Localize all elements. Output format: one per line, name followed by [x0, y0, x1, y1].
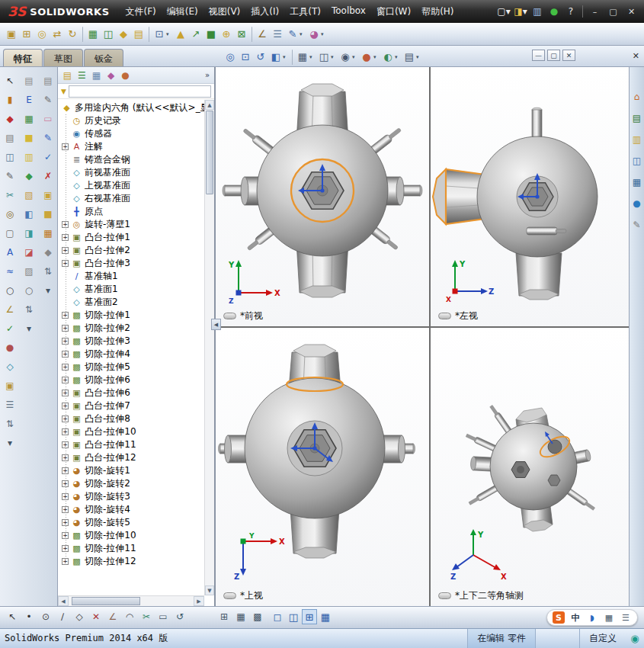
document-icon[interactable]: ▤ [40, 73, 56, 88]
resources-icon[interactable]: ▤ [630, 111, 644, 125]
tree-item[interactable]: ╋ 原点 [59, 205, 204, 218]
keyboard-icon[interactable]: ▦ [603, 611, 615, 624]
blue-half-icon[interactable]: ◧ [21, 207, 37, 222]
linear-pattern-icon[interactable]: ▦ [85, 25, 101, 43]
dimxpertmanager-tab-icon[interactable]: ◆ [104, 69, 118, 82]
gray-hatch-icon[interactable]: ▨ [21, 264, 37, 279]
ime-tools-icon[interactable]: ☰ [620, 611, 632, 624]
menu-item[interactable]: 文件(F) [120, 2, 162, 22]
teal-half-icon[interactable]: ◨ [21, 226, 37, 241]
tree-item[interactable]: + ▣ 凸台-拉伸1 [59, 231, 204, 244]
tree-item[interactable]: + ▣ 凸台-拉伸2 [59, 244, 204, 257]
tree-item[interactable]: ◇ 前视基准面 [59, 166, 204, 179]
separator[interactable] [252, 27, 252, 42]
offset-icon[interactable]: ▢ [2, 226, 18, 241]
rotate-component-icon[interactable]: ↻ [65, 25, 80, 43]
tree-expander[interactable]: + [62, 403, 69, 409]
pattern-icon[interactable]: ▩ [250, 609, 265, 624]
tree-item[interactable]: ◇ 右视基准面 [59, 192, 204, 205]
tree-expander[interactable]: + [62, 493, 69, 500]
tree-expander[interactable]: + [62, 532, 69, 539]
edit-appearance-icon[interactable]: ● ▾ [359, 48, 380, 66]
assembly-features-icon[interactable]: ▤ [131, 25, 146, 43]
instant-3d-icon[interactable]: ▲ [173, 25, 188, 43]
scroll-down-button[interactable]: ▼ [205, 585, 214, 595]
tree-item[interactable]: + ▣ 凸台-拉伸3 [59, 257, 204, 270]
panel-overflow-button[interactable]: » [205, 71, 212, 79]
pencil-icon[interactable]: ✎ [2, 168, 18, 184]
mirror-components-icon[interactable]: ◫ [101, 25, 116, 43]
scroll-icon[interactable]: ⇅ [2, 416, 18, 431]
arc-icon[interactable]: ◠ [122, 609, 137, 624]
display-style-icon[interactable]: ◫ ▾ [316, 48, 338, 66]
angle-icon[interactable]: ∠ [105, 609, 120, 624]
tree-item[interactable]: + A 注解 [59, 140, 204, 153]
snap-grid-icon[interactable]: ⊞ [216, 609, 232, 624]
annotation-pencil-icon[interactable]: ✎ [40, 92, 56, 107]
more-tools-icon[interactable]: ▾ [2, 435, 18, 451]
text-icon[interactable]: A [2, 245, 18, 260]
zoom-area-icon[interactable]: ⊡ [238, 48, 253, 66]
home-icon[interactable]: ⌂ [630, 90, 644, 104]
menu-item[interactable]: 窗口(W) [371, 2, 416, 22]
swap-icon[interactable]: ⇅ [21, 302, 37, 317]
yellow-grid-icon[interactable]: ▥ [21, 149, 37, 165]
tree-item[interactable]: + ▩ 切除-拉伸6 [59, 374, 204, 387]
tree-expander[interactable]: + [62, 338, 69, 345]
previous-view-icon[interactable]: ↺ [253, 48, 268, 66]
displaymanager-tab-icon[interactable]: ● [118, 69, 133, 82]
tree-item[interactable]: + ▣ 凸台-拉伸8 [59, 412, 204, 425]
status-custom-button[interactable]: 自定义 [579, 629, 626, 648]
tree-item[interactable]: + ▣ 凸台-拉伸10 [59, 425, 204, 438]
grid-view-button[interactable]: ▦ [318, 609, 333, 624]
tree-item[interactable]: + ▣ 凸台-拉伸6 [59, 387, 204, 399]
custom-properties-icon[interactable]: ✎ [630, 218, 644, 232]
tree-item[interactable]: + ▩ 切除-拉伸4 [59, 348, 204, 361]
ribbon-tab[interactable]: 特征 [3, 49, 43, 66]
tree-expander[interactable]: + [62, 428, 69, 435]
smart-fasteners-icon[interactable]: ◆ [116, 25, 131, 43]
tree-expander[interactable]: + [62, 545, 69, 552]
tree-item[interactable]: + ▩ 切除-拉伸10 [59, 529, 204, 542]
apply-scene-icon[interactable]: ◐ ▾ [380, 48, 402, 66]
tree-item[interactable]: + ▣ 凸台-拉伸12 [59, 451, 204, 464]
tree-item[interactable]: + ▣ 凸台-拉伸7 [59, 399, 204, 412]
sketch-dropdown-icon[interactable]: ✎ ▾ [285, 25, 306, 43]
gold-square-icon[interactable]: ■ [40, 207, 56, 222]
open-icon[interactable]: ◨▾ [513, 4, 528, 19]
file-explorer-icon[interactable]: ◫ [630, 154, 644, 168]
tree-horizontal-scrollbar[interactable]: ◀ ▶ [58, 595, 204, 606]
section-view-icon[interactable]: ◧ ▾ [268, 48, 290, 66]
measure-icon[interactable]: ∠ [255, 25, 270, 43]
propertymanager-tab-icon[interactable]: ☰ [75, 69, 89, 82]
gold-block-icon[interactable]: ▣ [40, 188, 56, 203]
feature-filter-input[interactable] [69, 85, 211, 98]
reference-geometry-icon[interactable]: ⊡ ▾ [152, 25, 173, 43]
scroll-right-button[interactable]: ▶ [194, 596, 204, 606]
left-viewport[interactable]: Y Z X *左视 [431, 67, 629, 326]
tree-expander[interactable]: + [62, 390, 69, 396]
circle-tool-icon[interactable]: ○ [2, 283, 18, 298]
polygon-icon[interactable]: ◇ [72, 609, 87, 624]
tree-expander[interactable]: + [62, 377, 69, 383]
panel-collapse-button[interactable]: ◀ [211, 319, 221, 330]
tree-expander[interactable]: + [62, 260, 69, 267]
trim-icon[interactable]: ✂ [2, 188, 18, 203]
tree-item[interactable]: ◇ 上视基准面 [59, 179, 204, 192]
tree-expander[interactable]: + [62, 454, 69, 461]
design-library-icon[interactable]: ▥ [630, 133, 644, 146]
menu-item[interactable]: 视图(V) [203, 2, 246, 22]
angle-icon[interactable]: ∠ [2, 302, 18, 317]
mirror-icon[interactable]: ◫ [2, 149, 18, 165]
yellow-block-icon[interactable]: ■ [21, 130, 37, 146]
menu-item[interactable]: 编辑(E) [162, 2, 203, 22]
doc-restore-button[interactable]: ▢ [547, 50, 560, 61]
appearance-dropdown-icon[interactable]: ◕ ▾ [306, 25, 328, 43]
tree-item[interactable]: + ◕ 切除-旋转4 [59, 503, 204, 516]
scrollbar-thumb[interactable] [72, 597, 140, 605]
undo-icon[interactable]: ↺ [172, 609, 187, 624]
gray-diamond-icon[interactable]: ◆ [40, 245, 56, 260]
ribbon-tab[interactable]: 草图 [43, 49, 83, 66]
tree-item[interactable]: + ◕ 切除-旋转2 [59, 477, 204, 490]
four-view-button[interactable]: ⊞ [302, 609, 317, 624]
